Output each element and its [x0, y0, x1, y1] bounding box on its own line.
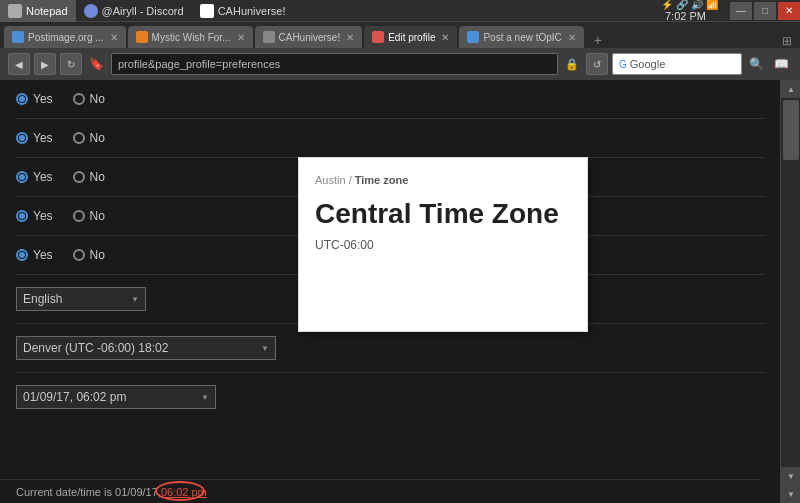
no-radio-input-3[interactable] — [73, 171, 85, 183]
tab-close-mystic[interactable]: ✕ — [237, 32, 245, 43]
scrollbar[interactable]: ▲ ▼ ▼ — [780, 80, 800, 503]
no-radio-2[interactable]: No — [73, 131, 105, 145]
window-controls: — □ ✕ — [730, 2, 800, 20]
tab-postimage[interactable]: Postimage.org ... ✕ — [4, 26, 126, 48]
tooltip-breadcrumb: Austin / Time zone — [315, 174, 571, 186]
browser-toolbar: ◀ ▶ ↻ 🔖 profile&page_profile=preferences… — [0, 48, 800, 80]
taskbar-notepad[interactable]: Notepad — [0, 0, 76, 22]
cah-tab-icon — [263, 31, 275, 43]
yes-radio-1[interactable]: Yes — [16, 92, 53, 106]
language-dropdown[interactable]: English ▼ — [16, 287, 146, 311]
scroll-down-arrow[interactable]: ▼ — [781, 467, 800, 485]
forward-button[interactable]: ▶ — [34, 53, 56, 75]
tab-cah[interactable]: CAHuniverse! ✕ — [255, 26, 363, 48]
lock-icon: 🔒 — [562, 58, 582, 71]
maximize-button[interactable]: □ — [754, 2, 776, 20]
no-radio-input-2[interactable] — [73, 132, 85, 144]
radio-row-1: Yes No — [0, 84, 780, 114]
refresh-button[interactable]: ↻ — [60, 53, 82, 75]
reader-mode-icon[interactable]: 📖 — [771, 57, 792, 71]
tab-close-post-topic[interactable]: ✕ — [568, 32, 576, 43]
date-dropdown-container: 01/09/17, 06:02 pm ▼ — [0, 377, 780, 417]
scroll-end-button[interactable]: ▼ — [781, 485, 800, 503]
google-icon: G — [619, 59, 627, 70]
edit-profile-tab-icon — [372, 31, 384, 43]
minimize-button[interactable]: — — [730, 2, 752, 20]
tooltip-title: Central Time Zone — [315, 198, 571, 230]
tab-close-postimage[interactable]: ✕ — [110, 32, 118, 43]
divider-1 — [16, 118, 764, 119]
cah-icon — [200, 4, 214, 18]
search-icon[interactable]: 🔍 — [746, 57, 767, 71]
browser-tabs: Postimage.org ... ✕ Mystic Wish For... ✕… — [0, 22, 800, 48]
close-button[interactable]: ✕ — [778, 2, 800, 20]
no-radio-4[interactable]: No — [73, 209, 105, 223]
yes-radio-input-4[interactable] — [16, 210, 28, 222]
timezone-dropdown-arrow: ▼ — [261, 344, 269, 353]
timezone-dropdown-container: Denver (UTC -06:00) 18:02 ▼ — [0, 328, 780, 368]
tray-icon-2: 🔗 — [676, 0, 688, 10]
timezone-dropdown[interactable]: Denver (UTC -06:00) 18:02 ▼ — [16, 336, 276, 360]
tab-mystic[interactable]: Mystic Wish For... ✕ — [128, 26, 253, 48]
notepad-icon — [8, 4, 22, 18]
tooltip-subtitle: UTC-06:00 — [315, 238, 571, 252]
no-radio-input-4[interactable] — [73, 210, 85, 222]
address-bar[interactable]: profile&page_profile=preferences — [111, 53, 558, 75]
no-radio-3[interactable]: No — [73, 170, 105, 184]
search-bar[interactable]: G Google — [612, 53, 742, 75]
status-text: Current date/time is 01/09/17, — [16, 486, 161, 498]
browser-chrome: Postimage.org ... ✕ Mystic Wish For... ✕… — [0, 22, 800, 80]
bookmark-icon[interactable]: 🔖 — [86, 57, 107, 71]
back-button[interactable]: ◀ — [8, 53, 30, 75]
tab-edit-profile[interactable]: Edit profile ✕ — [364, 26, 457, 48]
tray-icon-signal: 📶 — [706, 0, 718, 10]
no-radio-input-1[interactable] — [73, 93, 85, 105]
no-radio-5[interactable]: No — [73, 248, 105, 262]
yes-radio-input-5[interactable] — [16, 249, 28, 261]
system-tray: ⚡ 🔗 🔊 📶 — [657, 0, 722, 10]
postimage-tab-icon — [12, 31, 24, 43]
scrollbar-thumb[interactable] — [783, 100, 799, 160]
yes-radio-input-1[interactable] — [16, 93, 28, 105]
yes-radio-5[interactable]: Yes — [16, 248, 53, 262]
status-highlight: 06:02 pm — [161, 486, 207, 498]
tooltip-popup: Austin / Time zone Central Time Zone UTC… — [298, 157, 588, 332]
tray-icon-3: 🔊 — [691, 0, 703, 10]
post-topic-tab-icon — [467, 31, 479, 43]
no-radio-input-5[interactable] — [73, 249, 85, 261]
date-dropdown-arrow: ▼ — [201, 393, 209, 402]
yes-radio-2[interactable]: Yes — [16, 131, 53, 145]
reload-button[interactable]: ↺ — [586, 53, 608, 75]
yes-radio-3[interactable]: Yes — [16, 170, 53, 184]
yes-radio-4[interactable]: Yes — [16, 209, 53, 223]
taskbar-cah[interactable]: CAHuniverse! — [192, 0, 294, 22]
scroll-up-button[interactable]: ▲ — [781, 80, 800, 98]
tab-post-topic[interactable]: Post a new tOpIC ✕ — [459, 26, 583, 48]
tab-grid-button[interactable]: ⊞ — [778, 34, 796, 48]
taskbar-time: ⚡ 🔗 🔊 📶 7:02 PM — [649, 0, 730, 24]
date-dropdown[interactable]: 01/09/17, 06:02 pm ▼ — [16, 385, 216, 409]
no-radio-1[interactable]: No — [73, 92, 105, 106]
taskbar: Notepad @Airyll - Discord CAHuniverse! ⚡… — [0, 0, 800, 22]
yes-radio-input-3[interactable] — [16, 171, 28, 183]
tab-close-edit-profile[interactable]: ✕ — [441, 32, 449, 43]
mystic-tab-icon — [136, 31, 148, 43]
language-dropdown-arrow: ▼ — [131, 295, 139, 304]
tray-icon-1: ⚡ — [661, 0, 673, 10]
divider-7 — [16, 372, 764, 373]
status-bar: Current date/time is 01/09/17, 06:02 pm — [0, 479, 760, 503]
radio-row-2: Yes No — [0, 123, 780, 153]
new-tab-button[interactable]: + — [590, 32, 606, 48]
tab-close-cah[interactable]: ✕ — [346, 32, 354, 43]
taskbar-discord[interactable]: @Airyll - Discord — [76, 0, 192, 22]
discord-icon — [84, 4, 98, 18]
yes-radio-input-2[interactable] — [16, 132, 28, 144]
